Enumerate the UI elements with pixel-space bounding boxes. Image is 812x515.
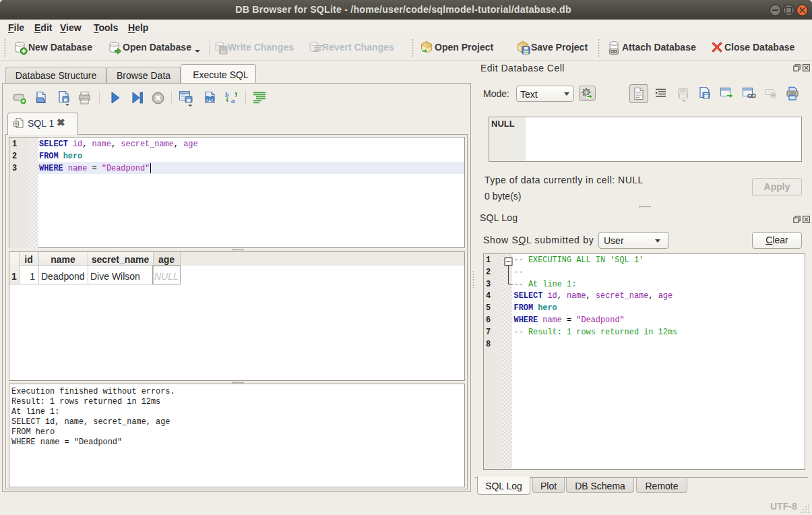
svg-text:b: b xyxy=(225,90,229,98)
svg-text:a: a xyxy=(231,96,235,104)
